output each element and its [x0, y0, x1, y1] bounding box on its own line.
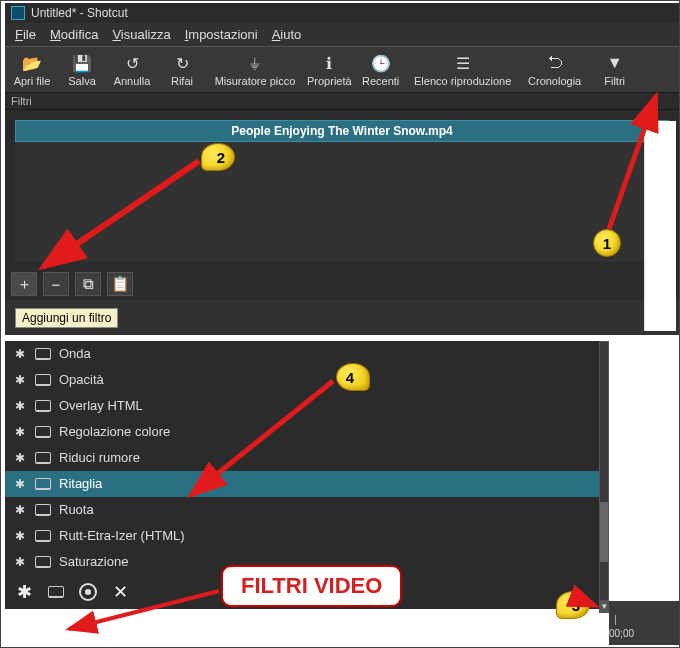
history-button[interactable]: ⮌ Cronologia: [520, 51, 590, 90]
callout-1: 1: [593, 229, 621, 257]
copy-filter-button[interactable]: ⧉: [75, 272, 101, 296]
toolbar-label: Elenco riproduzione: [414, 75, 511, 87]
callout-3: 3: [556, 591, 590, 619]
favorites-filter-button[interactable]: ✱: [13, 581, 35, 603]
toolbar-label: Annulla: [114, 75, 151, 87]
menu-settings[interactable]: Impostazioni: [179, 25, 264, 44]
video-filter-button[interactable]: [45, 581, 67, 603]
paste-filter-button[interactable]: 📋: [107, 272, 133, 296]
history-icon: ⮌: [547, 53, 563, 73]
video-type-icon: [35, 426, 51, 438]
filter-row[interactable]: ✱Onda: [5, 341, 609, 367]
redo-icon: ↻: [176, 53, 189, 73]
filters-panel-title: Filtri: [5, 93, 679, 110]
timeline-start-label: 00;00: [609, 628, 634, 639]
favorite-star-icon: ✱: [13, 399, 27, 413]
video-type-icon: [35, 452, 51, 464]
filter-row[interactable]: ✱Rutt-Etra-Izer (HTML): [5, 523, 609, 549]
close-icon: ✕: [113, 581, 128, 603]
filters-button[interactable]: ▼ Filtri: [590, 51, 640, 90]
open-file-button[interactable]: 📂 Apri file: [7, 51, 57, 90]
filter-row-label: Onda: [59, 346, 91, 361]
filter-list: ✱Onda✱Opacità✱Overlay HTML✱Regolazione c…: [5, 341, 609, 575]
scroll-thumb[interactable]: [600, 502, 608, 562]
menu-file[interactable]: File: [9, 25, 42, 44]
list-icon: ☰: [456, 53, 470, 73]
favorite-star-icon: ✱: [13, 425, 27, 439]
menu-view[interactable]: Visualizza: [106, 25, 176, 44]
folder-open-icon: 📂: [22, 53, 42, 73]
meter-icon: ⏚: [250, 53, 260, 73]
filter-row[interactable]: ✱Regolazione colore: [5, 419, 609, 445]
filter-row[interactable]: ✱Opacità: [5, 367, 609, 393]
menu-help[interactable]: Aiuto: [266, 25, 308, 44]
right-light-pane: [644, 121, 676, 331]
redo-button[interactable]: ↻ Rifai: [157, 51, 207, 90]
timeline-ruler: 00;00: [609, 601, 679, 645]
favorite-star-icon: ✱: [13, 373, 27, 387]
undo-icon: ↺: [126, 53, 139, 73]
filters-clip-area: People Enjoying The Winter Snow.mp4: [5, 110, 679, 268]
toolbar-label: Salva: [68, 75, 96, 87]
video-type-icon: [35, 504, 51, 516]
add-filter-button[interactable]: ＋: [11, 272, 37, 296]
toolbar-label: Filtri: [604, 75, 625, 87]
toolbar-label: Proprietà: [307, 75, 352, 87]
close-filter-picker-button[interactable]: ✕: [109, 581, 131, 603]
copy-icon: ⧉: [83, 275, 94, 293]
menu-edit[interactable]: Modifica: [44, 25, 104, 44]
circle-dot-icon: [79, 583, 97, 601]
video-type-icon: [35, 556, 51, 568]
callout-4: 4: [336, 363, 370, 391]
filters-toolbar: ＋ − ⧉ 📋: [5, 268, 679, 300]
filter-list-scrollbar[interactable]: ▾: [599, 341, 609, 613]
filter-row[interactable]: ✱Ruota: [5, 497, 609, 523]
toolbar-label: Rifai: [171, 75, 193, 87]
filter-row-label: Ritaglia: [59, 476, 102, 491]
clipboard-icon: 📋: [111, 275, 130, 293]
minus-icon: −: [52, 276, 61, 293]
scroll-down-button[interactable]: ▾: [600, 600, 608, 612]
filter-row-label: Riduci rumore: [59, 450, 140, 465]
favorite-star-icon: ✱: [13, 503, 27, 517]
filter-row-label: Overlay HTML: [59, 398, 143, 413]
video-type-icon: [35, 530, 51, 542]
filter-row[interactable]: ✱Ritaglia: [5, 471, 609, 497]
app-window: Untitled* - Shotcut File Modifica Visual…: [5, 3, 679, 335]
playlist-button[interactable]: ☰ Elenco riproduzione: [406, 51, 520, 90]
video-type-icon: [35, 478, 51, 490]
save-button[interactable]: 💾 Salva: [57, 51, 107, 90]
callout-2: 2: [201, 143, 235, 171]
remove-filter-button[interactable]: −: [43, 272, 69, 296]
monitor-icon: [48, 586, 64, 598]
favorite-star-icon: ✱: [13, 451, 27, 465]
toolbar-label: Recenti: [362, 75, 399, 87]
filter-row-label: Regolazione colore: [59, 424, 170, 439]
clip-name-label: People Enjoying The Winter Snow.mp4: [231, 124, 452, 138]
selected-clip-bar[interactable]: People Enjoying The Winter Snow.mp4: [15, 120, 669, 142]
filter-row-label: Saturazione: [59, 554, 128, 569]
plus-icon: ＋: [17, 275, 32, 294]
video-type-icon: [35, 400, 51, 412]
timeline-tick: [615, 615, 616, 625]
star-icon: ✱: [17, 581, 32, 603]
favorite-star-icon: ✱: [13, 477, 27, 491]
main-toolbar: 📂 Apri file 💾 Salva ↺ Annulla ↻ Rifai ⏚ …: [5, 46, 679, 93]
recent-button[interactable]: 🕒 Recenti: [356, 51, 406, 90]
clock-icon: 🕒: [371, 53, 391, 73]
titlebar: Untitled* - Shotcut: [5, 3, 679, 23]
filter-row[interactable]: ✱Overlay HTML: [5, 393, 609, 419]
filter-row[interactable]: ✱Riduci rumore: [5, 445, 609, 471]
peak-meter-button[interactable]: ⏚ Misuratore picco: [207, 51, 303, 90]
app-icon: [11, 6, 25, 20]
add-filter-tooltip: Aggiungi un filtro: [15, 308, 118, 328]
audio-filter-button[interactable]: [77, 581, 99, 603]
undo-button[interactable]: ↺ Annulla: [107, 51, 157, 90]
properties-button[interactable]: ℹ Proprietà: [303, 51, 356, 90]
info-icon: ℹ: [326, 53, 332, 73]
filter-row-label: Ruota: [59, 502, 94, 517]
favorite-star-icon: ✱: [13, 347, 27, 361]
menubar: File Modifica Visualizza Impostazioni Ai…: [5, 23, 679, 46]
filter-row-label: Rutt-Etra-Izer (HTML): [59, 528, 185, 543]
favorite-star-icon: ✱: [13, 555, 27, 569]
